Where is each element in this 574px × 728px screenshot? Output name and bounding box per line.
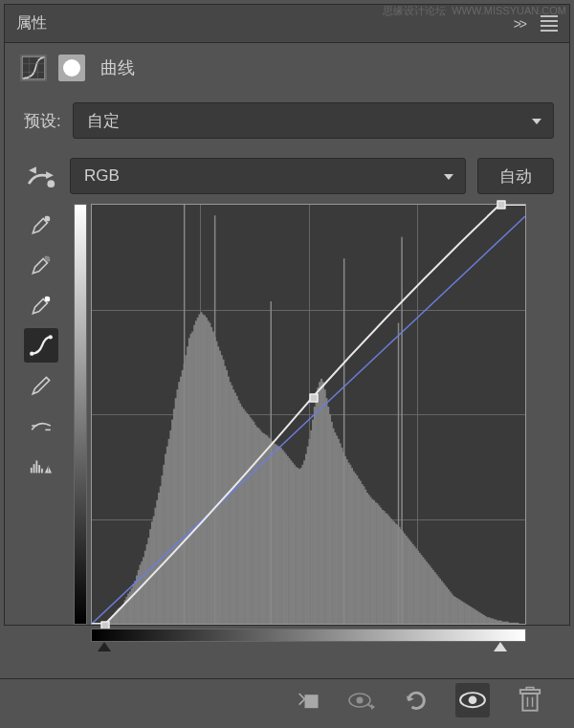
- preset-dropdown[interactable]: 自定: [73, 102, 554, 139]
- svg-point-7: [45, 256, 50, 261]
- histogram: [92, 205, 525, 624]
- svg-rect-277: [398, 323, 399, 624]
- svg-point-10: [49, 335, 53, 339]
- delete-icon[interactable]: [517, 687, 543, 714]
- eyedropper-gray-icon[interactable]: [24, 248, 58, 282]
- svg-rect-14: [38, 465, 40, 473]
- targeted-adjust-icon[interactable]: [24, 162, 58, 190]
- svg-rect-0: [22, 56, 45, 79]
- eyedropper-white-icon[interactable]: [24, 288, 58, 322]
- histogram-warning-icon[interactable]: !: [24, 449, 58, 483]
- input-gradient: [91, 629, 526, 642]
- watermark-en: WWW.MISSYUAN.COM: [452, 5, 566, 16]
- svg-point-9: [30, 352, 33, 356]
- svg-rect-278: [401, 237, 402, 624]
- view-previous-icon[interactable]: [348, 687, 375, 714]
- svg-rect-12: [33, 464, 35, 473]
- curve-edit-icon[interactable]: [24, 328, 58, 363]
- svg-point-8: [45, 297, 50, 301]
- panel-footer: [0, 678, 574, 720]
- svg-point-284: [469, 695, 477, 704]
- curves-icon[interactable]: [20, 55, 47, 81]
- svg-rect-276: [343, 258, 344, 624]
- svg-rect-274: [214, 215, 215, 624]
- svg-rect-280: [305, 695, 319, 708]
- curves-graph[interactable]: [91, 204, 554, 625]
- svg-rect-285: [522, 694, 537, 711]
- black-point-slider[interactable]: [98, 642, 111, 651]
- output-gradient: [74, 204, 87, 625]
- watermark-cn: 思缘设计论坛: [383, 5, 446, 16]
- channel-dropdown[interactable]: RGB: [70, 158, 466, 194]
- clip-to-layer-icon[interactable]: [295, 687, 321, 714]
- svg-rect-15: [41, 469, 43, 474]
- svg-rect-13: [35, 460, 37, 473]
- curve-point[interactable]: [497, 201, 506, 210]
- svg-rect-268: [517, 623, 519, 624]
- curve-point[interactable]: [309, 393, 318, 402]
- svg-rect-289: [526, 688, 534, 691]
- visibility-icon[interactable]: [455, 683, 490, 717]
- white-point-slider[interactable]: [494, 642, 507, 651]
- adjustment-label: 曲线: [100, 56, 135, 79]
- pencil-icon[interactable]: [24, 368, 58, 403]
- svg-text:!: !: [48, 467, 50, 474]
- preset-label: 预设:: [24, 110, 61, 132]
- svg-rect-273: [184, 205, 185, 624]
- svg-point-282: [357, 696, 364, 703]
- properties-panel: 属性 >> 曲线 预设: 自定 RGB 自动 !: [4, 4, 570, 626]
- reset-icon[interactable]: [402, 687, 429, 714]
- svg-point-5: [47, 180, 55, 188]
- svg-point-6: [45, 216, 50, 221]
- svg-rect-275: [271, 301, 272, 624]
- mask-icon[interactable]: [58, 55, 85, 81]
- auto-button[interactable]: 自动: [477, 158, 554, 194]
- smooth-icon[interactable]: [24, 408, 58, 443]
- svg-rect-11: [31, 468, 33, 474]
- adjustment-header: 曲线: [5, 43, 569, 93]
- eyedropper-black-icon[interactable]: [24, 208, 58, 242]
